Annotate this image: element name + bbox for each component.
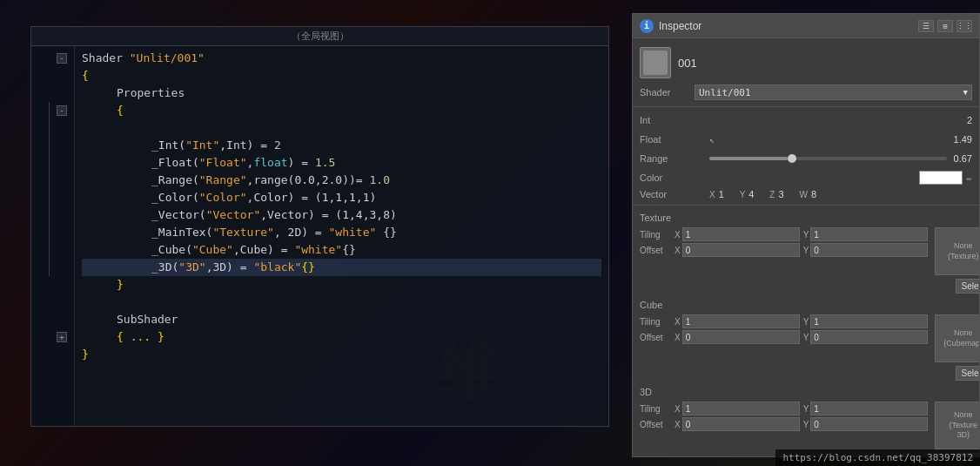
shader-row: Shader Unlit/001 ▼ <box>633 82 979 103</box>
code-token: "Float" <box>199 154 247 172</box>
texture-tiling-x-input[interactable] <box>682 227 800 241</box>
inspector-title: Inspector <box>659 20 913 32</box>
threed-offset-x: X <box>675 417 800 431</box>
texture-props: Tiling X Y Offset <box>640 227 928 259</box>
cube-tiling-x-input[interactable] <box>682 314 800 328</box>
texture-offset-y-label: Y <box>803 246 809 255</box>
color-label: Color <box>640 172 709 183</box>
code-line-15 <box>82 294 601 311</box>
code-token: 1.5 <box>315 154 335 172</box>
cube-select-button[interactable]: Select <box>956 366 979 381</box>
inspector-titlebar: i Inspector ☰ ⊞ ⋮⋮ <box>633 14 979 38</box>
threed-row: Tiling X Y Offset <box>633 399 979 456</box>
texture-offset-x-input[interactable] <box>682 243 800 257</box>
cube-offset-fields: X Y <box>675 330 928 344</box>
code-line-6: _Int("Int",Int) = 2 <box>82 137 601 154</box>
threed-offset-x-input[interactable] <box>682 417 800 431</box>
texture-offset-label: Offset <box>640 246 675 255</box>
texture-select-button[interactable]: Select <box>956 279 979 294</box>
code-line-17: { ... } <box>82 328 601 346</box>
dropdown-arrow-icon: ▼ <box>963 88 968 97</box>
texture-offset-row: Offset X Y <box>640 243 928 257</box>
color-edit-icon[interactable]: ✏ <box>966 172 972 184</box>
inspector-btn-2[interactable]: ⊞ <box>937 20 953 32</box>
code-line-5 <box>82 119 601 137</box>
texture-offset-y-input[interactable] <box>810 243 928 257</box>
code-line-3: Properties <box>82 84 601 102</box>
inspector-btn-1[interactable]: ☰ <box>918 20 934 32</box>
code-token: ,Int) = <box>219 137 274 154</box>
texture-section-label: Texture <box>633 209 979 225</box>
gutter-line-1: - <box>31 50 74 67</box>
threed-tiling-x-input[interactable] <box>682 402 800 415</box>
texture-tiling-x: X <box>675 227 800 241</box>
cube-offset-x-label: X <box>675 333 681 342</box>
texture-tiling-y: Y <box>803 227 929 241</box>
code-token: } <box>117 276 124 294</box>
code-token: Properties <box>117 84 185 102</box>
threed-offset-y-label: Y <box>803 420 809 429</box>
fold-icon-1[interactable]: - <box>57 53 67 64</box>
code-line-10: _Vector("Vector",Vector) = (1,4,3,8) <box>82 206 601 224</box>
code-token: { <box>82 67 89 84</box>
threed-tiling-y: Y <box>803 402 929 415</box>
code-token: ) = <box>288 154 315 172</box>
threed-offset-y-input[interactable] <box>810 417 928 431</box>
code-token: ,range(0.0,2.0))= <box>247 172 370 189</box>
gutter-line-14 <box>31 276 74 294</box>
fold-icon-4[interactable]: - <box>57 105 67 116</box>
texture-row: Tiling X Y Offset <box>633 225 979 296</box>
color-swatch[interactable] <box>919 171 963 185</box>
code-token: "Texture" <box>212 224 273 241</box>
cube-offset-y-label: Y <box>803 333 809 342</box>
cube-offset-x-input[interactable] <box>682 330 800 344</box>
cube-offset-row: Offset X Y <box>640 330 928 344</box>
gutter-line-10 <box>31 206 74 224</box>
code-line-9: _Color("Color",Color) = (1,1,1,1) <box>82 189 601 206</box>
range-slider-container[interactable] <box>709 157 947 160</box>
threed-offset-y: Y <box>803 417 929 431</box>
threed-tiling-label: Tiling <box>640 404 675 414</box>
int-value: 2 <box>967 115 972 125</box>
cube-tiling-label: Tiling <box>640 317 675 327</box>
cube-props: Tiling X Y Offset <box>640 314 928 346</box>
code-token: ,Cube) = <box>233 241 294 259</box>
vector-w-field: W 8 <box>799 189 828 199</box>
fold-icon-17[interactable]: + <box>57 332 67 342</box>
code-line-12: _Cube("Cube",Cube) = "white"{} <box>82 241 601 259</box>
code-token: "Cube" <box>192 241 233 259</box>
threed-tiling-y-input[interactable] <box>810 402 928 415</box>
threed-tiling-y-label: Y <box>803 404 809 414</box>
float-prop-row: Float ↖ 1.49 <box>633 130 979 149</box>
cube-row: Tiling X Y Offset <box>633 312 979 383</box>
code-editor-toolbar: （全局视图） <box>31 27 608 46</box>
vector-w-label: W <box>799 190 807 199</box>
code-token: {} <box>376 224 396 241</box>
code-content[interactable]: Shader "Unlit/001" { Properties { _Int("… <box>75 46 608 426</box>
int-prop-row: Int 2 <box>633 111 979 130</box>
inspector-btn-3[interactable]: ⋮⋮ <box>957 20 972 32</box>
cube-tiling-y-input[interactable] <box>810 314 928 328</box>
texture-offset-y: Y <box>803 243 929 257</box>
code-token: ,Color) = (1,1,1,1) <box>247 189 377 206</box>
code-line-4: { <box>82 102 601 119</box>
shader-dropdown[interactable]: Unlit/001 ▼ <box>695 84 972 100</box>
range-label: Range <box>640 153 709 164</box>
gutter-line-7 <box>31 154 74 172</box>
code-token: "3D" <box>178 259 205 276</box>
range-prop-row: Range 0.67 <box>633 149 979 168</box>
threed-tiling-x: X <box>675 402 800 415</box>
gutter-line-17: + <box>31 328 74 346</box>
cube-offset-x: X <box>675 330 800 344</box>
texture-tiling-y-label: Y <box>803 230 809 240</box>
code-token: _Vector( <box>151 206 206 224</box>
code-token: {} <box>301 259 315 276</box>
inspector-panel: i Inspector ☰ ⊞ ⋮⋮ 001 Shader Unlit/001 … <box>632 13 980 457</box>
cube-offset-y-input[interactable] <box>810 330 928 344</box>
vector-y-label: Y <box>740 190 746 199</box>
texture-tiling-y-input[interactable] <box>810 227 928 241</box>
code-token: { ... } <box>117 328 164 346</box>
range-slider[interactable] <box>709 157 947 160</box>
gutter-line-15 <box>31 294 74 311</box>
asset-name: 001 <box>678 57 697 70</box>
